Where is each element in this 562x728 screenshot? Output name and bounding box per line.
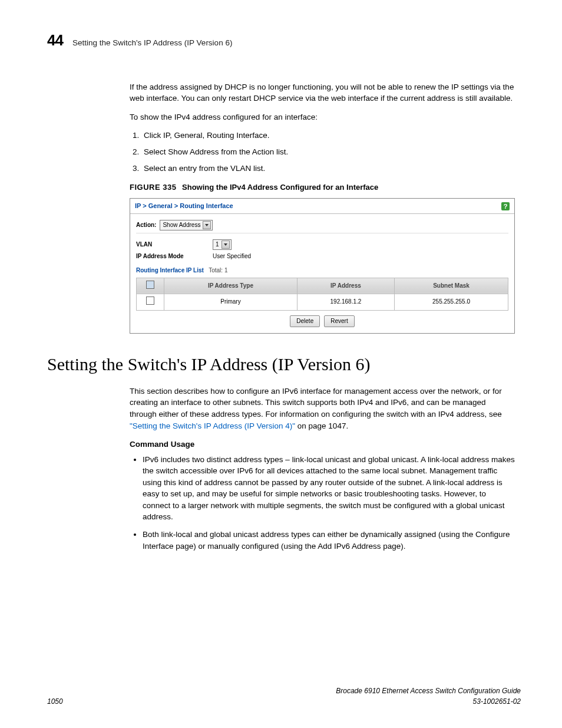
page-number: 1050 [47, 697, 63, 707]
chapter-number: 44 [47, 29, 63, 52]
mode-value: User Specified [213, 252, 251, 261]
ip-list-table: IP Address Type IP Address Subnet Mask P… [136, 278, 508, 311]
col-subnet-mask: Subnet Mask [394, 278, 508, 294]
figure-label: FIGURE 335 [130, 183, 176, 192]
col-address-type: IP Address Type [164, 278, 297, 294]
doc-title: Brocade 6910 Ethernet Access Switch Conf… [336, 686, 521, 696]
action-value: Show Address [163, 221, 200, 230]
paragraph: This section describes how to configure … [130, 386, 515, 431]
vlan-label: VLAN [136, 241, 213, 249]
chevron-down-icon [222, 241, 230, 249]
mode-label: IP Address Mode [136, 252, 213, 261]
action-label: Action: [136, 221, 156, 230]
bullet-item: IPv6 includes two distinct address types… [143, 454, 515, 523]
figure-caption: FIGURE 335 Showing the IPv4 Address Conf… [130, 182, 515, 193]
section-title: Setting the Switch's IP Address (IP Vers… [47, 351, 521, 377]
action-select[interactable]: Show Address [160, 220, 213, 230]
figure-text: Showing the IPv4 Address Configured for … [182, 183, 378, 192]
command-usage-heading: Command Usage [130, 439, 515, 450]
col-ip-address: IP Address [297, 278, 394, 294]
chapter-title: Setting the Switch's IP Address (IP Vers… [72, 37, 232, 49]
paragraph: To show the IPv4 address configured for … [130, 111, 515, 123]
help-icon[interactable]: ? [501, 202, 510, 210]
vlan-select[interactable]: 1 [213, 239, 232, 250]
chevron-down-icon [203, 221, 211, 229]
revert-button[interactable]: Revert [324, 315, 354, 328]
step-item: Select Show Address from the Action list… [141, 146, 515, 158]
bullet-list: IPv6 includes two distinct address types… [143, 454, 515, 552]
breadcrumb: IP > General > Routing Interface ? [130, 199, 514, 214]
select-all-checkbox[interactable] [146, 281, 154, 289]
table-header-row: IP Address Type IP Address Subnet Mask [137, 278, 508, 294]
steps-list: Click IP, General, Routing Interface. Se… [141, 130, 515, 174]
screenshot-panel: IP > General > Routing Interface ? Actio… [130, 198, 515, 334]
page-footer: 1050 Brocade 6910 Ethernet Access Switch… [47, 686, 521, 707]
doc-id: 53-1002651-02 [336, 697, 521, 707]
cell-mask: 255.255.255.0 [394, 294, 508, 311]
row-checkbox[interactable] [146, 297, 154, 305]
step-item: Click IP, General, Routing Interface. [141, 130, 515, 141]
list-heading: Routing Interface IP List Total: 1 [136, 266, 508, 275]
cross-reference-link[interactable]: "Setting the Switch's IP Address (IP Ver… [130, 421, 295, 430]
breadcrumb-text: IP > General > Routing Interface [135, 202, 233, 211]
step-item: Select an entry from the VLAN list. [141, 163, 515, 174]
page-header: 44 Setting the Switch's IP Address (IP V… [47, 29, 521, 52]
cell-ip: 192.168.1.2 [297, 294, 394, 311]
vlan-value: 1 [216, 241, 219, 249]
bullet-item: Both link-local and global unicast addre… [143, 529, 515, 552]
delete-button[interactable]: Delete [290, 315, 320, 328]
paragraph: If the address assigned by DHCP is no lo… [130, 81, 515, 104]
table-row: Primary 192.168.1.2 255.255.255.0 [137, 294, 508, 311]
cell-type: Primary [164, 294, 297, 311]
